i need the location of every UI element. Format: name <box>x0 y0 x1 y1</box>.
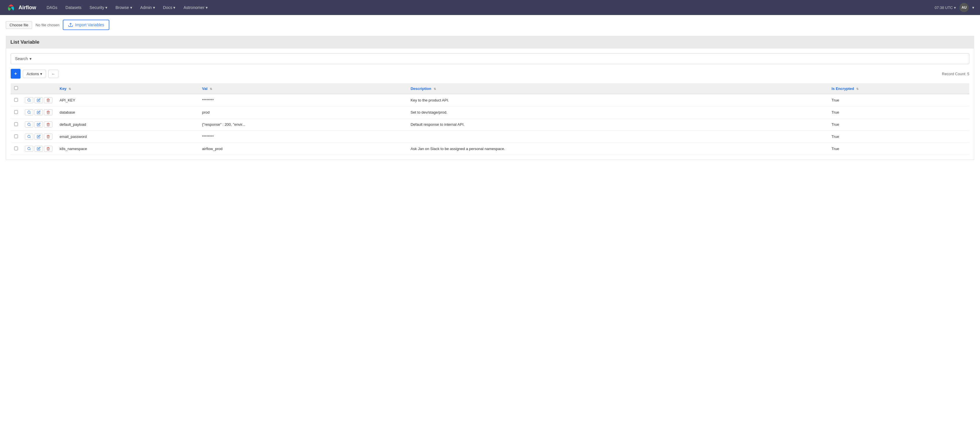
section-title: List Variable <box>6 36 974 49</box>
svg-line-2 <box>30 101 30 101</box>
row-is-encrypted: True <box>828 119 969 131</box>
delete-button[interactable] <box>44 109 52 115</box>
row-checkbox[interactable] <box>14 98 18 102</box>
row-checkbox-cell <box>11 94 21 106</box>
time-dropdown-icon: ▾ <box>954 5 956 10</box>
nav-item-datasets[interactable]: Datasets <box>62 3 85 12</box>
svg-point-9 <box>28 147 30 150</box>
edit-button[interactable] <box>34 97 43 103</box>
actions-button[interactable]: Actions ▾ <box>23 70 46 78</box>
header-checkbox-cell <box>11 83 21 94</box>
nav-item-browse[interactable]: Browse ▾ <box>112 3 136 12</box>
view-button[interactable] <box>25 97 33 103</box>
edit-button[interactable] <box>34 146 43 152</box>
no-file-label: No file chosen <box>36 23 59 27</box>
svg-point-7 <box>28 135 30 138</box>
row-val: airflow_prod <box>199 143 407 155</box>
admin-dropdown-icon: ▾ <box>153 5 155 10</box>
nav-links: DAGs Datasets Security ▾ Browse ▾ Admin … <box>43 3 935 12</box>
row-checkbox-cell <box>11 131 21 143</box>
header-actions-col <box>21 83 56 94</box>
astronomer-dropdown-icon: ▾ <box>206 5 208 10</box>
row-description: Ask Jan on Slack to be assigned a person… <box>407 143 828 155</box>
back-button[interactable]: ← <box>48 70 59 78</box>
search-bar[interactable]: Search ▾ <box>11 53 969 64</box>
row-description: Set to dev/stage/prod. <box>407 106 828 119</box>
row-key: API_KEY <box>56 94 199 106</box>
security-dropdown-icon: ▾ <box>105 5 107 10</box>
select-all-checkbox[interactable] <box>14 86 18 90</box>
encrypted-sort-icon: ⇅ <box>856 87 859 90</box>
row-actions-cell <box>21 143 56 155</box>
delete-button[interactable] <box>44 97 52 103</box>
header-key[interactable]: Key ⇅ <box>56 83 199 94</box>
svg-point-5 <box>28 123 30 126</box>
edit-button[interactable] <box>34 109 43 115</box>
row-actions-cell <box>21 131 56 143</box>
row-checkbox[interactable] <box>14 135 18 138</box>
row-key: database <box>56 106 199 119</box>
choose-file-button[interactable]: Choose file <box>6 21 32 29</box>
main-content: Choose file No file chosen Import Variab… <box>0 15 980 165</box>
nav-item-security[interactable]: Security ▾ <box>86 3 111 12</box>
brand-name: Airflow <box>19 5 36 11</box>
search-dropdown-icon: ▾ <box>30 56 32 61</box>
file-import-bar: Choose file No file chosen Import Variab… <box>6 20 974 30</box>
toolbar: + Actions ▾ ← Record Count: 5 <box>11 69 969 79</box>
row-description: Key to the product API. <box>407 94 828 106</box>
add-button[interactable]: + <box>11 69 21 79</box>
brand-logo[interactable]: Airflow <box>6 2 36 13</box>
table-header: Key ⇅ Val ⇅ Description ⇅ Is Encrypted <box>11 83 969 94</box>
actions-dropdown-icon: ▾ <box>40 72 42 76</box>
svg-line-6 <box>30 125 30 126</box>
svg-point-3 <box>28 111 30 114</box>
nav-right: 07:38 UTC ▾ AU ▾ <box>935 3 974 12</box>
row-actions-cell <box>21 119 56 131</box>
delete-button[interactable] <box>44 146 52 152</box>
delete-button[interactable] <box>44 121 52 127</box>
row-key: default_payload <box>56 119 199 131</box>
nav-item-docs[interactable]: Docs ▾ <box>160 3 179 12</box>
upload-icon <box>68 22 73 27</box>
view-button[interactable] <box>25 109 33 115</box>
row-description: Default response to internal API. <box>407 119 828 131</box>
row-actions-cell <box>21 106 56 119</box>
nav-item-dags[interactable]: DAGs <box>43 3 61 12</box>
nav-item-admin[interactable]: Admin ▾ <box>137 3 159 12</box>
row-key: email_password <box>56 131 199 143</box>
header-is-encrypted[interactable]: Is Encrypted ⇅ <box>828 83 969 94</box>
row-checkbox-cell <box>11 119 21 131</box>
row-val: {"response" : 200, "envir... <box>199 119 407 131</box>
edit-button[interactable] <box>34 133 43 140</box>
row-checkbox[interactable] <box>14 147 18 151</box>
header-description[interactable]: Description ⇅ <box>407 83 828 94</box>
list-variable-section: List Variable Search ▾ + Actions ▾ ← Rec… <box>6 36 974 160</box>
view-button[interactable] <box>25 146 33 152</box>
row-is-encrypted: True <box>828 131 969 143</box>
table-row: database prod Set to dev/stage/prod. Tru… <box>11 106 969 119</box>
row-is-encrypted: True <box>828 106 969 119</box>
delete-button[interactable] <box>44 133 52 140</box>
nav-item-astronomer[interactable]: Astronomer ▾ <box>180 3 211 12</box>
variables-table: Key ⇅ Val ⇅ Description ⇅ Is Encrypted <box>11 83 969 155</box>
time-display[interactable]: 07:38 UTC ▾ <box>935 5 956 10</box>
view-button[interactable] <box>25 133 33 140</box>
row-checkbox-cell <box>11 106 21 119</box>
docs-dropdown-icon: ▾ <box>173 5 175 10</box>
navbar: Airflow DAGs Datasets Security ▾ Browse … <box>0 0 980 15</box>
table-body: API_KEY ******** Key to the product API.… <box>11 94 969 155</box>
row-checkbox[interactable] <box>14 110 18 114</box>
row-checkbox[interactable] <box>14 122 18 126</box>
row-is-encrypted: True <box>828 143 969 155</box>
section-body: Search ▾ + Actions ▾ ← Record Count: 5 <box>6 49 974 160</box>
record-count: Record Count: 5 <box>942 72 969 76</box>
row-key: k8s_namespace <box>56 143 199 155</box>
view-button[interactable] <box>25 121 33 127</box>
user-avatar[interactable]: AU <box>959 3 969 12</box>
row-val: ******** <box>199 131 407 143</box>
import-variables-button[interactable]: Import Variables <box>63 20 109 30</box>
edit-button[interactable] <box>34 121 43 127</box>
browse-dropdown-icon: ▾ <box>130 5 132 10</box>
user-dropdown-icon[interactable]: ▾ <box>972 5 974 10</box>
header-val[interactable]: Val ⇅ <box>199 83 407 94</box>
